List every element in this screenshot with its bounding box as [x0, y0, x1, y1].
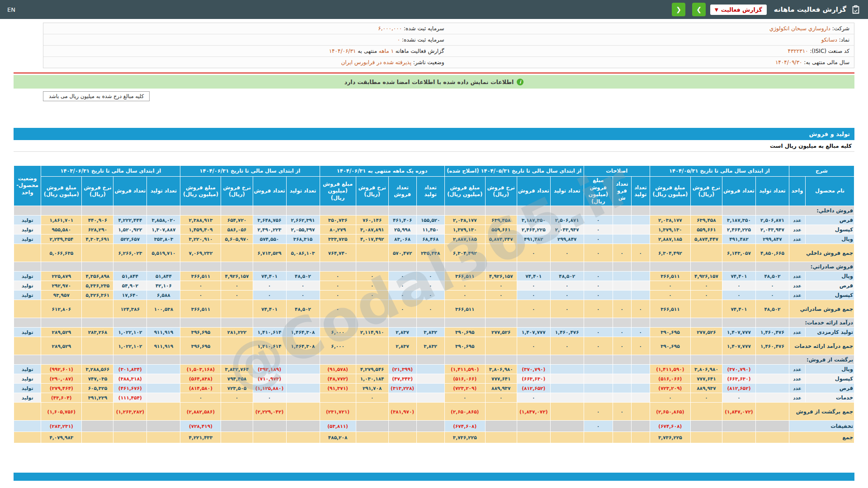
table-cell: ۴۹۱,۴۸۲ [722, 235, 755, 244]
table-cell: ۵,۰۸۶,۱۰۳ [286, 244, 320, 262]
table-cell [416, 355, 444, 365]
table-cell: (۸۱۲,۶۵۲) [722, 384, 755, 393]
table-cell: ۰ [584, 403, 613, 421]
table-cell: کپسول [805, 374, 854, 384]
table-cell: ۶,۳۰۴,۴۹۲ [444, 244, 485, 262]
table-cell: ۳,۸۳۲,۷۶۴ [221, 365, 253, 374]
table-cell: خدمات [805, 393, 854, 403]
table-cell: (۹۹۲,۶۰۱) [41, 365, 82, 374]
table-cell [221, 337, 253, 355]
table-cell [113, 432, 147, 443]
table-cell: ۰ [631, 328, 650, 337]
table-cell: ۰ [253, 281, 286, 291]
table-cell [550, 374, 584, 384]
table-cell: عدد [789, 235, 805, 244]
table-cell: ۱,۴۰۷,۷۷۷ [722, 337, 755, 355]
table-cell: ۴,۲۲۱,۴۳۳ [180, 432, 221, 443]
table-cell: ۱,۴۶۴,۳۰۸ [286, 337, 320, 355]
language-switch-en[interactable]: EN [7, 6, 15, 13]
table-cell: تولید [14, 384, 41, 393]
table-cell [286, 206, 320, 216]
previous-report-button[interactable]: ❮ [672, 3, 685, 16]
table-cell: ۱۵۵,۵۲۰ [416, 216, 444, 225]
top-navbar: گزارش فعالیت ماهانه گزارش فعالیت ▼ ❯ ❮ E… [0, 0, 868, 19]
table-cell [690, 206, 722, 216]
table-cell: ۰ [722, 281, 755, 291]
table-cell: ۱,۴۱۰,۶۱۴ [253, 328, 286, 337]
table-cell: ۶۱۲,۸۰۶ [41, 300, 82, 318]
table-cell: ۱۱,۴۵۰ [416, 225, 444, 235]
table-cell [180, 206, 221, 216]
table-cell: (۵۱۶,۰۶۶) [650, 374, 690, 384]
production-sales-table: شرحاز ابتدای سال مالی تا تاریخ ۱۴۰۴/۰۵/۳… [14, 165, 854, 443]
next-report-button[interactable]: ❯ [692, 3, 706, 16]
table-cell [388, 432, 416, 443]
table-cell: ۰ [584, 235, 613, 244]
table-cell: ۰ [650, 281, 690, 291]
table-cell [147, 432, 180, 443]
table-cell: (۲۸۳,۲۳۱) [41, 421, 82, 432]
table-cell: ۰ [517, 244, 550, 262]
table-cell [286, 374, 320, 384]
table-cell: ۵,۸۷۴,۴۴۷ [485, 235, 517, 244]
table-cell: ۲۲۵,۸۷۹ [41, 272, 82, 281]
table-cell [755, 384, 789, 393]
table-cell: ۰ [180, 393, 221, 403]
table-cell: ۰ [517, 291, 550, 300]
table-cell [147, 393, 180, 403]
table-cell: ۵,۳۲۶,۳۶۱ [82, 291, 113, 300]
table-cell: ۰ [286, 291, 320, 300]
table-cell: ۴۹۱,۴۸۲ [517, 235, 550, 244]
table-cell: ۵۲۲,۶۵۷ [113, 235, 147, 244]
table-cell: ۳۶۸,۳۱۵ [286, 235, 320, 244]
table-cell [584, 374, 613, 384]
table-cell: ۷۲۳,۵۰۵ [221, 384, 253, 393]
table-cell [82, 355, 113, 365]
table-cell [356, 262, 388, 272]
table-cell: ۰ [388, 272, 416, 281]
column-group-header: از ابتدای سال مالی تا تاریخ ۱۴۰۴/۰۶/۳۱ [180, 166, 320, 177]
table-row: ویالعدد(۳۷۰,۷۹۰)۳,۸۰۶,۹۸۰(۱,۴۱۱,۵۹۰)(۳۷۰… [14, 365, 854, 374]
table-cell [584, 393, 613, 403]
table-cell: (۱,۱۲۵,۸۸۰) [253, 384, 286, 393]
table-cell [41, 318, 82, 328]
table-cell: (۳۱۳,۲۲۸) [388, 384, 416, 393]
table-cell: (۳۷۰,۷۹۰) [722, 365, 755, 374]
table-cell: ۳,۸۵۸,۰۲۰ [147, 216, 180, 225]
table-cell [416, 206, 444, 216]
table-cell: ۰ [722, 393, 755, 403]
table-cell: ۰ [584, 291, 613, 300]
table-cell [584, 384, 613, 393]
table-cell: ۵۸۶,۰۵۶ [221, 225, 253, 235]
table-cell: ۲۹۹,۸۴۷ [550, 235, 584, 244]
table-cell [755, 421, 789, 432]
table-cell: ۰ [613, 337, 631, 355]
table-cell [485, 403, 517, 421]
table-cell: ۶,۷۱۳,۵۲۹ [253, 244, 286, 262]
table-cell [14, 300, 41, 318]
table-cell: ۰ [517, 281, 550, 291]
table-cell: (۲,۲۲۹,۰۴۲) [253, 403, 286, 421]
table-cell [221, 432, 253, 443]
table-cell: ۰ [550, 281, 584, 291]
table-row: تولید کارمزدیعدد۱,۴۶۰,۴۷۶۱,۴۰۷,۷۷۷۲۷۷,۵۲… [14, 328, 854, 337]
table-cell: تولید [14, 374, 41, 384]
info-value: ۱ ماهه [377, 48, 394, 54]
report-type-dropdown[interactable]: گزارش فعالیت ▼ [710, 5, 767, 15]
table-cell: ۷۴۷,۰۳۵ [82, 374, 113, 384]
table-row: درآمد ارائه خدمات: [14, 318, 854, 328]
table-cell: ۵۵۹,۶۶۱ [690, 225, 722, 235]
production-sales-table-wrap: شرحاز ابتدای سال مالی تا تاریخ ۱۴۰۴/۰۵/۳… [14, 165, 854, 443]
table-cell: ۰ [320, 281, 356, 291]
table-cell: ۰ [416, 272, 444, 281]
table-cell: ۰ [320, 272, 356, 281]
column-header: نام محصول [805, 177, 854, 206]
table-cell [113, 355, 147, 365]
table-cell [613, 365, 631, 374]
table-cell: برگشت از فروش: [789, 355, 854, 365]
table-cell [221, 244, 253, 262]
table-cell: ۰ [690, 291, 722, 300]
table-cell: ۰ [416, 300, 444, 318]
table-cell: ۱,۵۲۰,۹۲۲ [113, 225, 147, 235]
table-cell: ۳,۰۸۷,۸۹۱ [356, 225, 388, 235]
